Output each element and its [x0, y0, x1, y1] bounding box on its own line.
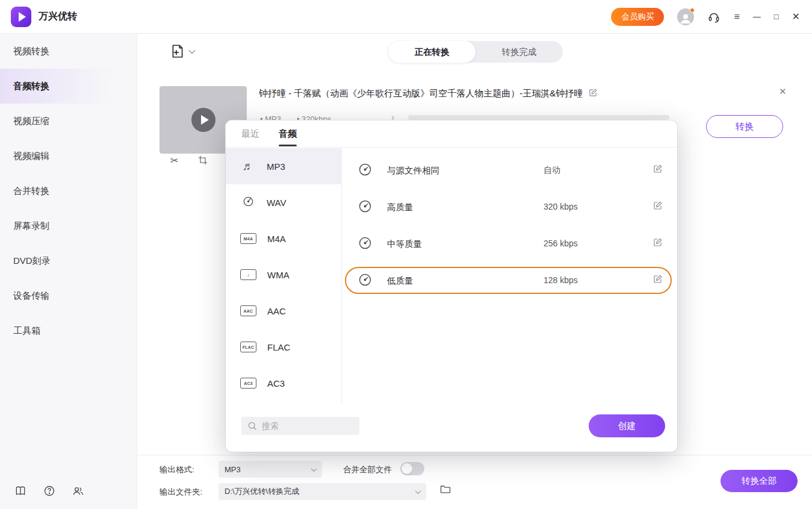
- chevron-down-icon: [311, 466, 317, 472]
- sidebar-item-merge-convert[interactable]: 合并转换: [0, 173, 137, 208]
- gauge-icon: [358, 163, 372, 179]
- toggle-knob: [401, 463, 412, 474]
- file-title: 钟抒曈 - 千落赋（动画《少年歌行互动版》司空千落人物主题曲）-王瑞淇&钟抒曈: [259, 88, 583, 99]
- gauge-icon: [358, 273, 372, 289]
- sidebar-item-toolbox[interactable]: 工具箱: [0, 313, 137, 348]
- quality-label: 低质量: [387, 275, 414, 287]
- format-label: AAC: [267, 306, 286, 316]
- convert-all-button[interactable]: 转换全部: [721, 470, 798, 492]
- format-search-box[interactable]: [241, 417, 359, 435]
- m4a-badge-icon: M4A: [240, 233, 256, 244]
- help-icon[interactable]: [43, 485, 55, 497]
- quality-label: 与源文件相同: [387, 165, 439, 176]
- flac-badge-icon: FLAC: [240, 342, 256, 352]
- format-label: WAV: [267, 198, 287, 208]
- menu-button[interactable]: ≡: [734, 12, 739, 22]
- quality-label: 高质量: [387, 202, 414, 213]
- support-headset-icon[interactable]: [707, 10, 721, 23]
- sidebar-item-device-transfer[interactable]: 设备传输: [0, 278, 137, 313]
- chevron-down-icon[interactable]: [188, 47, 195, 54]
- tab-completed[interactable]: 转换完成: [476, 41, 563, 63]
- format-item-flac[interactable]: FLAC FLAC: [226, 329, 341, 365]
- format-label: WMA: [267, 270, 290, 280]
- convert-file-button[interactable]: 转换: [706, 115, 783, 138]
- sidebar: 视频转换 音频转换 视频压缩 视频编辑 合并转换 屏幕录制 DVD刻录 设备传输…: [0, 34, 137, 509]
- dialog-tab-recent[interactable]: 最近: [241, 120, 259, 147]
- search-input[interactable]: [262, 421, 346, 431]
- edit-preset-icon[interactable]: [653, 237, 663, 249]
- output-folder-dropdown[interactable]: D:\万兴优转\转换完成: [218, 483, 426, 500]
- titlebar: 万兴优转 会员购买 ≡ — □ ✕: [0, 0, 812, 34]
- sidebar-item-screen-record[interactable]: 屏幕录制: [0, 208, 137, 243]
- format-label: AC3: [267, 378, 285, 389]
- sidebar-item-video-edit[interactable]: 视频编辑: [0, 139, 137, 173]
- edit-title-icon[interactable]: [589, 88, 598, 99]
- divider: [226, 147, 677, 148]
- edit-preset-icon[interactable]: [653, 201, 663, 213]
- output-settings-bar: 输出格式: MP3 合并全部文件 输出文件夹: D:\万兴优转\转换完成 转换全…: [137, 455, 812, 509]
- quality-row-low[interactable]: 低质量 128 kbps: [342, 262, 677, 299]
- guide-book-icon[interactable]: [14, 485, 26, 497]
- progress-bar: [408, 115, 669, 120]
- chevron-down-icon: [415, 488, 421, 494]
- maximize-button[interactable]: □: [774, 13, 779, 20]
- edit-preset-icon[interactable]: [653, 164, 663, 176]
- format-item-m4a[interactable]: M4A M4A: [226, 220, 341, 257]
- merge-all-toggle[interactable]: [400, 462, 424, 475]
- account-avatar[interactable]: [677, 8, 694, 25]
- merge-all-label: 合并全部文件: [343, 464, 392, 475]
- add-file-icon: [170, 43, 185, 59]
- output-format-dialog: 最近 音频 ♬ MP3 WAV M4A M4A ♪ WMA AAC AAC FL…: [226, 120, 677, 452]
- output-format-value: MP3: [225, 465, 241, 474]
- music-note-icon: ♬: [240, 160, 256, 173]
- format-label: MP3: [267, 161, 285, 172]
- dialog-tab-audio[interactable]: 音频: [279, 120, 297, 147]
- community-users-icon[interactable]: [72, 485, 84, 497]
- search-icon: [247, 421, 257, 431]
- sidebar-item-audio-convert[interactable]: 音频转换: [0, 69, 137, 104]
- close-button[interactable]: ✕: [792, 12, 800, 22]
- tab-converting[interactable]: 正在转换: [388, 41, 476, 63]
- quality-row-high[interactable]: 高质量 320 kbps: [342, 189, 677, 225]
- output-folder-value: D:\万兴优转\转换完成: [225, 486, 299, 497]
- app-logo-icon: [11, 7, 31, 27]
- aac-badge-icon: AAC: [240, 305, 256, 316]
- ac3-badge-icon: AC3: [240, 378, 256, 389]
- play-icon: [201, 115, 209, 125]
- quality-row-medium[interactable]: 中等质量 256 kbps: [342, 225, 677, 262]
- gauge-icon: [358, 236, 372, 252]
- remove-file-button[interactable]: ✕: [779, 86, 787, 97]
- audio-disc-icon: [240, 195, 256, 210]
- edit-preset-icon[interactable]: [653, 274, 663, 286]
- format-item-ac3[interactable]: AC3 AC3: [226, 365, 341, 401]
- format-label: M4A: [267, 234, 286, 244]
- create-preset-button[interactable]: 创建: [589, 414, 665, 437]
- format-item-aac[interactable]: AAC AAC: [226, 293, 341, 329]
- sidebar-item-video-compress[interactable]: 视频压缩: [0, 104, 137, 139]
- notification-dot: [690, 8, 695, 13]
- quality-list: 与源文件相同 自动 高质量 320 kbps 中等质量 256 kbps: [342, 152, 677, 299]
- output-format-label: 输出格式:: [160, 464, 194, 475]
- membership-buy-button[interactable]: 会员购买: [611, 8, 664, 26]
- quality-value: 320 kbps: [544, 202, 578, 211]
- sidebar-item-dvd-burn[interactable]: DVD刻录: [0, 243, 137, 278]
- output-folder-label: 输出文件夹:: [160, 487, 202, 498]
- trim-scissors-icon[interactable]: ✂: [170, 155, 181, 166]
- add-file-button[interactable]: [170, 43, 194, 59]
- app-title: 万兴优转: [39, 10, 77, 23]
- format-item-mp3[interactable]: ♬ MP3: [226, 148, 341, 184]
- format-list: ♬ MP3 WAV M4A M4A ♪ WMA AAC AAC FLAC FLA…: [226, 148, 341, 401]
- quality-row-same-as-source[interactable]: 与源文件相同 自动: [342, 152, 677, 189]
- crop-icon[interactable]: [198, 155, 209, 166]
- minimize-button[interactable]: —: [753, 13, 761, 20]
- quality-value: 128 kbps: [544, 275, 578, 285]
- play-button[interactable]: [191, 108, 215, 132]
- format-item-wma[interactable]: ♪ WMA: [226, 257, 341, 293]
- quality-value: 256 kbps: [544, 239, 578, 248]
- format-label: FLAC: [267, 342, 290, 352]
- open-folder-button[interactable]: [438, 483, 453, 496]
- wma-badge-icon: ♪: [240, 269, 256, 280]
- format-item-wav[interactable]: WAV: [226, 184, 341, 220]
- sidebar-item-video-convert[interactable]: 视频转换: [0, 34, 137, 69]
- output-format-dropdown[interactable]: MP3: [218, 461, 322, 478]
